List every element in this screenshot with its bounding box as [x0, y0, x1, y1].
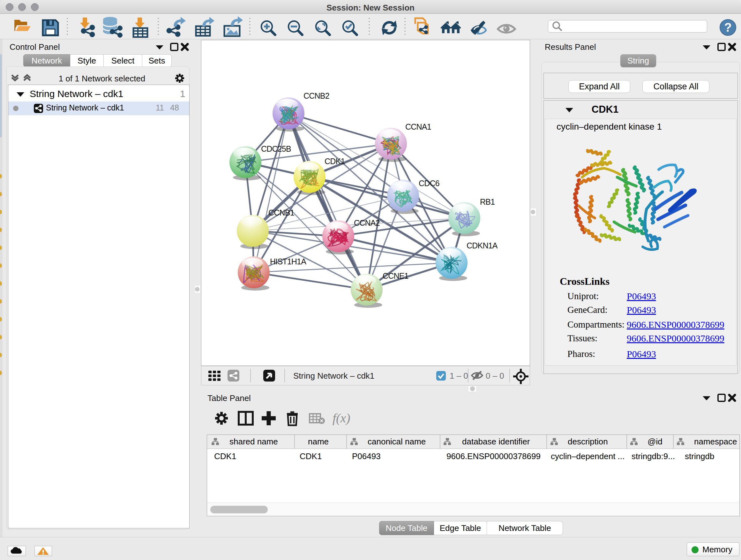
svg-text:CDKN1A: CDKN1A	[467, 241, 498, 250]
svg-text:CCNB2: CCNB2	[304, 91, 329, 100]
svg-text:HIST1H1A: HIST1H1A	[270, 257, 307, 266]
svg-text:CDC25B: CDC25B	[261, 144, 291, 153]
svg-text:CDK1: CDK1	[325, 157, 345, 166]
svg-text:CCNA2: CCNA2	[354, 219, 380, 227]
svg-text:CDC6: CDC6	[419, 179, 440, 188]
svg-text:CCNE1: CCNE1	[383, 271, 408, 280]
svg-text:RB1: RB1	[480, 197, 495, 206]
svg-text:1 – 0: 1 – 0	[450, 371, 468, 381]
svg-text:f(x): f(x)	[333, 411, 350, 425]
svg-text:String Network – cdk1: String Network – cdk1	[293, 371, 374, 381]
svg-text:0 – 0: 0 – 0	[486, 371, 504, 381]
svg-text:CCNA1: CCNA1	[405, 122, 431, 131]
svg-text:?: ?	[724, 21, 731, 34]
svg-text:CCNB1: CCNB1	[268, 208, 294, 217]
